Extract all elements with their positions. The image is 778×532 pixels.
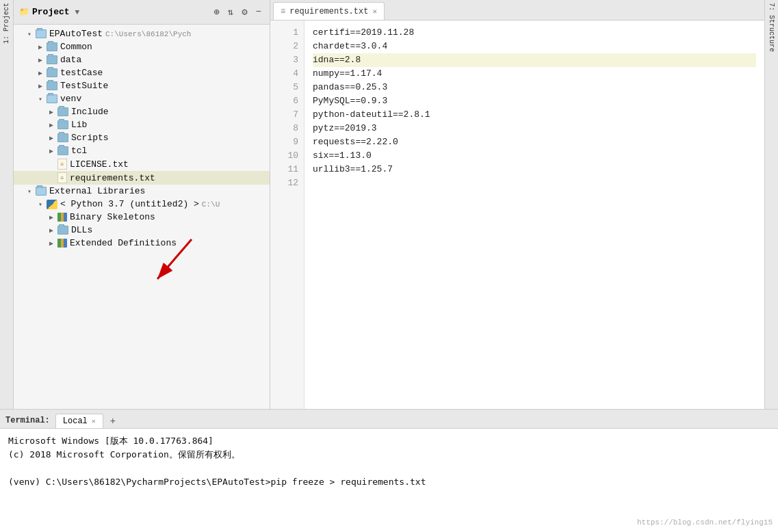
file-tree: ▾EPAutoTestC:\Users\86182\Pych▶Common▶da… <box>14 25 270 409</box>
tree-item-binary[interactable]: ▶Binary Skeletons <box>14 211 270 224</box>
tree-item-req[interactable]: ≡requirements.txt <box>14 171 270 185</box>
code-line-1[interactable]: certifi==2019.11.28 <box>313 26 756 40</box>
tree-label-ext: External Libraries <box>49 186 145 196</box>
tree-item-venv[interactable]: ▾venv <box>14 92 270 105</box>
tree-item-testsuite[interactable]: ▶TestSuite <box>14 79 270 92</box>
folder-icon-data <box>47 55 57 64</box>
tree-arrow-testsuite: ▶ <box>38 82 47 90</box>
tab-label: requirements.txt <box>289 7 368 16</box>
tree-label-req: requirements.txt <box>70 173 155 183</box>
tree-label-binary: Binary Skeletons <box>70 212 155 222</box>
folder-icon-scripts <box>57 133 68 142</box>
project-panel: 📁 Project ▼ ⊕ ⇅ ⚙ − ▾EPAutoTestC:\Users\… <box>14 0 270 409</box>
panel-icons: ⊕ ⇅ ⚙ − <box>211 5 264 19</box>
tree-label-python: < Python 3.7 (untitled2) > <box>60 199 199 209</box>
terminal-content[interactable]: Microsoft Windows [版本 10.0.17763.864](c)… <box>0 429 778 532</box>
structure-strip-label[interactable]: 7: Structure <box>766 0 777 55</box>
terminal-tab-close[interactable]: ✕ <box>92 417 96 425</box>
terminal-add-button[interactable]: + <box>106 413 120 428</box>
code-line-5[interactable]: pandas==0.25.3 <box>313 81 756 94</box>
right-sidebar-strip: 7: Structure <box>764 0 778 409</box>
tree-arrow-ext: ▾ <box>27 187 36 196</box>
line-num-2: 2 <box>270 40 304 53</box>
tree-item-scripts[interactable]: ▶Scripts <box>14 131 270 144</box>
code-line-7[interactable]: python-dateutil==2.8.1 <box>313 108 756 122</box>
line-num-1: 1 <box>270 26 304 40</box>
code-line-8[interactable]: pytz==2019.3 <box>313 122 756 135</box>
terminal-line-1: (c) 2018 Microsoft Corporation。保留所有权利。 <box>8 448 770 462</box>
tree-label-testsuite: TestSuite <box>60 81 108 91</box>
tree-item-license[interactable]: ≡LICENSE.txt <box>14 157 270 171</box>
file-icon-req: ≡ <box>57 172 67 183</box>
code-line-6[interactable]: PyMySQL==0.9.3 <box>313 94 756 108</box>
tab-bar: ≡ requirements.txt ✕ <box>270 0 764 21</box>
tree-item-root[interactable]: ▾EPAutoTestC:\Users\86182\Pych <box>14 27 270 40</box>
folder-icon-ext <box>36 187 47 196</box>
line-num-8: 8 <box>270 122 304 135</box>
tree-item-lib[interactable]: ▶Lib <box>14 118 270 131</box>
panel-icon-minimize[interactable]: − <box>253 5 264 19</box>
tree-label-license: LICENSE.txt <box>70 159 129 170</box>
panel-header: 📁 Project ▼ ⊕ ⇅ ⚙ − <box>14 0 270 25</box>
folder-icon-lib <box>57 120 68 129</box>
tree-arrow-binary: ▶ <box>49 213 57 222</box>
tree-item-testcase[interactable]: ▶testCase <box>14 66 270 79</box>
left-sidebar-strip: 1: Project <box>0 0 14 409</box>
code-line-11[interactable]: urllib3==1.25.7 <box>313 163 756 176</box>
tree-item-ext[interactable]: ▾External Libraries <box>14 185 270 198</box>
terminal-local-label: Local <box>63 416 88 426</box>
panel-title: Project <box>32 7 70 17</box>
tree-item-include[interactable]: ▶Include <box>14 105 270 118</box>
panel-icon-scroll[interactable]: ⇅ <box>225 5 236 19</box>
tree-arrow-lib: ▶ <box>49 121 57 129</box>
code-line-12[interactable] <box>313 176 756 190</box>
code-line-3[interactable]: idna==2.8 <box>313 53 756 67</box>
tree-arrow-venv: ▾ <box>38 95 47 103</box>
tree-item-data[interactable]: ▶data <box>14 53 270 66</box>
tree-arrow-scripts: ▶ <box>49 134 57 142</box>
tree-item-dlls[interactable]: ▶DLLs <box>14 224 270 237</box>
code-line-9[interactable]: requests==2.22.0 <box>313 135 756 149</box>
tree-arrow-root: ▾ <box>27 30 36 38</box>
code-line-4[interactable]: numpy==1.17.4 <box>313 67 756 81</box>
terminal-panel: Terminal: Local ✕ + Microsoft Windows [版… <box>0 409 778 532</box>
tree-item-extdef[interactable]: ▶Extended Definitions <box>14 237 270 250</box>
editor-area: ≡ requirements.txt ✕ 123456789101112 cer… <box>270 0 764 409</box>
panel-icon-globe[interactable]: ⊕ <box>211 5 222 19</box>
tree-label-common: Common <box>60 42 92 52</box>
line-num-3: 3 <box>270 53 304 67</box>
tree-item-python[interactable]: ▾< Python 3.7 (untitled2) >C:\U <box>14 198 270 211</box>
tab-requirements[interactable]: ≡ requirements.txt ✕ <box>273 2 385 20</box>
tree-item-tcl[interactable]: ▶tcl <box>14 144 270 157</box>
line-num-11: 11 <box>270 163 304 176</box>
line-num-9: 9 <box>270 135 304 149</box>
folder-icon-include <box>57 107 68 116</box>
terminal-line-3: (venv) C:\Users\86182\PycharmProjects\EP… <box>8 475 770 489</box>
tree-item-common[interactable]: ▶Common <box>14 40 270 53</box>
line-num-12: 12 <box>270 176 304 190</box>
tab-close-button[interactable]: ✕ <box>372 7 377 16</box>
bar-icon-extdef <box>57 239 67 248</box>
line-numbers: 123456789101112 <box>270 21 304 409</box>
code-line-2[interactable]: chardet==3.0.4 <box>313 40 756 53</box>
python-icon-python <box>47 200 57 209</box>
tree-arrow-python: ▾ <box>38 200 47 209</box>
folder-icon-venv <box>47 94 57 103</box>
tree-label-lib: Lib <box>71 120 87 130</box>
terminal-line-2 <box>8 462 770 475</box>
code-content[interactable]: certifi==2019.11.28chardet==3.0.4idna==2… <box>304 21 764 409</box>
terminal-tab-bar: Terminal: Local ✕ + <box>0 410 778 429</box>
tree-arrow-dlls: ▶ <box>49 226 57 235</box>
terminal-label: Terminal: <box>5 416 53 428</box>
bar-icon-binary <box>57 213 67 222</box>
terminal-tab-local[interactable]: Local ✕ <box>55 414 103 428</box>
project-strip-label[interactable]: 1: Project <box>1 0 12 46</box>
line-num-7: 7 <box>270 108 304 122</box>
folder-icon-common <box>47 42 57 51</box>
tree-label-extdef: Extended Definitions <box>70 238 177 248</box>
panel-dropdown-arrow[interactable]: ▼ <box>75 8 80 16</box>
folder-icon-root <box>36 29 47 38</box>
code-line-10[interactable]: six==1.13.0 <box>313 149 756 163</box>
panel-icon-settings[interactable]: ⚙ <box>239 5 250 19</box>
tree-label-dlls: DLLs <box>71 225 92 235</box>
